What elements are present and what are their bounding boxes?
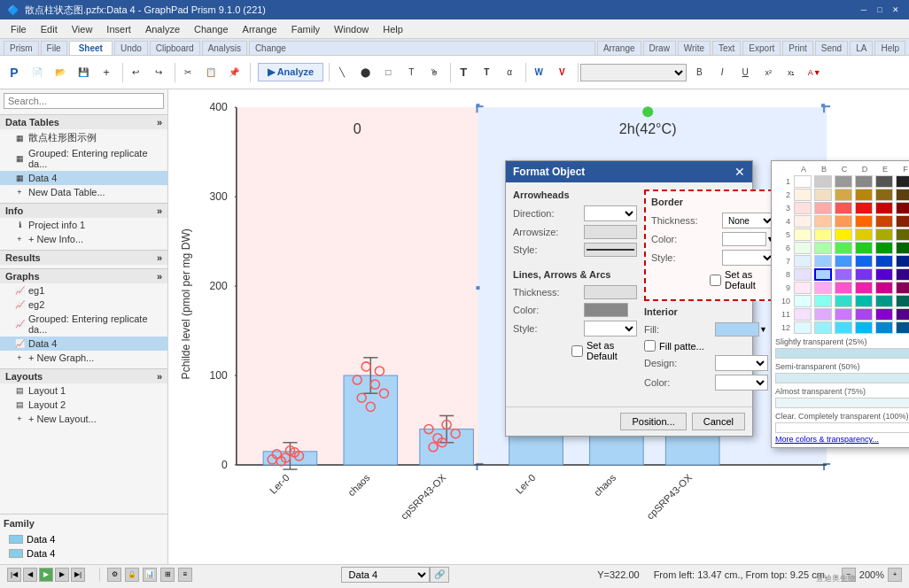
palette-cell-7-E[interactable] [875, 255, 893, 267]
status-icon-4[interactable]: ⊞ [160, 568, 175, 582]
menu-family[interactable]: Family [284, 22, 327, 36]
palette-clear-cell[interactable] [775, 422, 909, 433]
ribbon-tab-text[interactable]: Text [712, 41, 741, 55]
dialog-close-button[interactable]: ✕ [734, 165, 745, 179]
sidebar-item-info1[interactable]: ℹ Project info 1 [0, 218, 167, 232]
sidebar-item-newinfo[interactable]: + + New Info... [0, 232, 167, 246]
layouts-header[interactable]: Layouts » [0, 368, 167, 383]
palette-cell-11-F[interactable] [896, 308, 909, 321]
palette-cell-7-A[interactable] [794, 255, 812, 267]
interior-design-select[interactable] [715, 355, 768, 371]
palette-cell-5-D[interactable] [855, 228, 873, 241]
toolbar-draw4-btn[interactable]: T [400, 63, 422, 82]
palette-cell-3-E[interactable] [875, 202, 893, 214]
ribbon-tab-help[interactable]: Help [874, 41, 905, 55]
palette-cell-8-D[interactable] [855, 268, 873, 281]
nav-first-btn[interactable]: |◀ [7, 568, 21, 582]
palette-cell-2-F[interactable] [896, 189, 909, 201]
palette-cell-12-F[interactable] [896, 321, 909, 334]
palette-cell-9-D[interactable] [855, 282, 873, 294]
toolbar-save-btn[interactable]: 💾 [73, 63, 94, 82]
palette-cell-7-D[interactable] [855, 255, 873, 267]
palette-cell-12-D[interactable] [855, 321, 873, 334]
palette-cell-2-D[interactable] [855, 189, 873, 201]
graphs-header[interactable]: Graphs » [0, 268, 167, 283]
status-icon-3[interactable]: 📊 [143, 568, 157, 582]
palette-more-link[interactable]: More colors & transparency... [775, 435, 909, 444]
ribbon-tab-clipboard[interactable]: Clipboard [150, 41, 200, 55]
palette-cell-8-A[interactable] [794, 268, 812, 281]
menu-insert[interactable]: Insert [99, 22, 138, 36]
palette-cell-3-A[interactable] [794, 202, 812, 214]
palette-cell-9-A[interactable] [794, 282, 812, 294]
border-setdefault-check[interactable] [710, 275, 721, 286]
palette-cell-10-E[interactable] [875, 295, 893, 307]
nav-prev-btn[interactable]: ◀ [23, 568, 37, 582]
search-input[interactable] [4, 93, 164, 109]
palette-cell-4-D[interactable] [855, 215, 873, 228]
palette-cell-8-E[interactable] [875, 268, 893, 281]
toolbar-draw5-btn[interactable]: 🖱 [423, 63, 445, 82]
sidebar-item-layout2[interactable]: ▤ Layout 2 [0, 398, 167, 412]
font-select[interactable] [580, 64, 687, 81]
maximize-button[interactable]: □ [874, 4, 886, 16]
ribbon-tab-draw[interactable]: Draw [643, 41, 676, 55]
position-button[interactable]: Position... [620, 413, 686, 430]
nav-next-btn[interactable]: ▶ [55, 568, 69, 582]
sidebar-item-table3[interactable]: ▦ Data 4 [0, 171, 167, 185]
sidebar-item-table2[interactable]: ▦ Grouped: Entering replicate da... [0, 146, 167, 171]
menu-help[interactable]: Help [376, 22, 410, 36]
toolbar-color-btn[interactable]: A▼ [804, 63, 825, 82]
palette-cell-2-E[interactable] [875, 189, 893, 201]
menu-file[interactable]: File [4, 22, 34, 36]
toolbar-undo-btn[interactable]: ↩ [125, 63, 146, 82]
toolbar-prism-btn[interactable]: P [4, 63, 25, 82]
palette-semi-cell[interactable] [775, 373, 909, 383]
toolbar-redo-btn[interactable]: ↪ [148, 63, 169, 82]
palette-cell-11-D[interactable] [855, 308, 873, 321]
toolbar-draw2-btn[interactable]: ⬤ [354, 63, 376, 82]
palette-cell-4-C[interactable] [835, 215, 852, 228]
results-header[interactable]: Results » [0, 250, 167, 265]
palette-cell-9-E[interactable] [875, 282, 893, 294]
palette-cell-3-B[interactable] [814, 202, 832, 214]
toolbar-draw1-btn[interactable]: ╲ [331, 63, 353, 82]
status-icon-1[interactable]: ⚙ [107, 568, 121, 582]
interior-fillpattern-check[interactable] [644, 340, 656, 352]
palette-cell-11-C[interactable] [835, 308, 852, 321]
toolbar-draw3-btn[interactable]: □ [377, 63, 399, 82]
ribbon-tab-print[interactable]: Print [782, 41, 813, 55]
ribbon-tab-send[interactable]: Send [815, 41, 848, 55]
palette-cell-3-C[interactable] [835, 202, 852, 214]
palette-cell-6-C[interactable] [835, 242, 852, 254]
sheet-link-btn[interactable]: 🔗 [430, 567, 449, 583]
sidebar-item-graph3[interactable]: 📈 Grouped: Entering replicate da... [0, 312, 167, 337]
palette-cell-5-B[interactable] [814, 228, 832, 241]
ribbon-tab-export[interactable]: Export [742, 41, 781, 55]
toolbar-paste-btn[interactable]: 📌 [223, 63, 245, 82]
toolbar-cut-btn[interactable]: ✂ [177, 63, 198, 82]
palette-cell-11-A[interactable] [794, 308, 812, 321]
toolbar-plus-btn[interactable]: + [96, 63, 117, 82]
palette-cell-1-E[interactable] [875, 175, 893, 188]
palette-cell-1-F[interactable] [896, 175, 909, 188]
menu-arrange[interactable]: Arrange [236, 22, 284, 36]
palette-cell-6-A[interactable] [794, 242, 812, 254]
palette-cell-8-B[interactable] [814, 268, 832, 281]
palette-cell-1-D[interactable] [855, 175, 873, 188]
palette-cell-10-A[interactable] [794, 295, 812, 307]
family-item-1[interactable]: Data 4 [4, 532, 164, 546]
border-color-preview[interactable] [722, 232, 766, 246]
toolbar-x2-btn[interactable]: x² [758, 63, 779, 82]
sidebar-item-graph2[interactable]: 📈 eg2 [0, 298, 167, 312]
toolbar-under-btn[interactable]: U [734, 63, 756, 82]
palette-cell-12-E[interactable] [875, 321, 893, 334]
interior-fill-dropdown[interactable]: ▼ [759, 325, 767, 334]
palette-cell-5-A[interactable] [794, 228, 812, 241]
menu-window[interactable]: Window [327, 22, 376, 36]
ribbon-tab-change[interactable]: Change [249, 41, 595, 55]
toolbar-v-btn[interactable]: V [551, 63, 572, 82]
menu-analyze[interactable]: Analyze [138, 22, 187, 36]
sidebar-item-table1[interactable]: ▦ 散点柱形图示例 [0, 129, 167, 146]
menu-view[interactable]: View [65, 22, 100, 36]
